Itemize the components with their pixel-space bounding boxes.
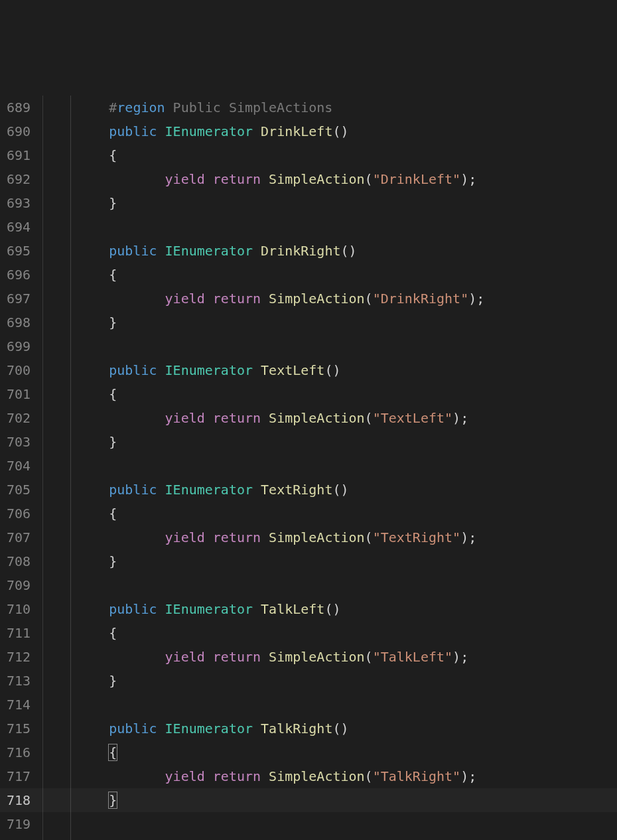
code-line[interactable]: }	[85, 549, 617, 573]
line-number: 713	[7, 669, 31, 693]
method-name: DrinkLeft	[261, 123, 332, 139]
code-line[interactable]	[85, 693, 617, 717]
brace-close: }	[109, 315, 117, 330]
line-number: 698	[7, 311, 31, 334]
code-line[interactable]: yield return SimpleAction("TextLeft");	[85, 406, 617, 430]
line-number: 719	[7, 812, 31, 836]
brace-open: {	[108, 744, 117, 761]
code-line[interactable]: public IEnumerator DrinkLeft()	[85, 119, 617, 143]
call-name: SimpleAction	[269, 291, 365, 307]
code-editor[interactable]: 6896906916926936946956966976986997007017…	[0, 96, 617, 840]
code-line[interactable]: {	[85, 740, 617, 764]
code-line[interactable]: public IEnumerator TalkLeft()	[85, 597, 617, 621]
line-number: 715	[7, 717, 31, 740]
region-label: Public SimpleActions	[165, 100, 333, 115]
brace-open: {	[109, 267, 117, 283]
code-line[interactable]: public IEnumerator DrinkRight()	[85, 239, 617, 263]
line-number: 707	[7, 525, 31, 549]
line-number: 697	[7, 287, 31, 311]
code-line[interactable]: }	[85, 311, 617, 334]
code-line[interactable]: public IEnumerator Type()	[85, 836, 617, 840]
code-line[interactable]	[85, 334, 617, 358]
semicolon: ;	[468, 529, 476, 545]
code-line[interactable]: yield return SimpleAction("DrinkLeft");	[85, 167, 617, 191]
paren-close: )	[460, 529, 468, 545]
code-line[interactable]: yield return SimpleAction("DrinkRight");	[85, 287, 617, 311]
paren-open: (	[365, 410, 373, 426]
line-number-gutter: 6896906916926936946956966976986997007017…	[0, 96, 42, 840]
line-number: 720	[7, 836, 31, 840]
string-quote: "	[373, 649, 381, 665]
string-literal: DrinkLeft	[381, 171, 452, 187]
code-line[interactable]	[85, 812, 617, 836]
code-line[interactable]: }	[85, 669, 617, 693]
keyword-return: return	[213, 171, 261, 187]
paren-close: )	[340, 123, 348, 139]
code-line[interactable]: {	[85, 502, 617, 525]
string-quote: "	[460, 291, 468, 307]
line-number: 709	[7, 573, 31, 597]
paren-close: )	[340, 721, 348, 736]
brace-close: }	[109, 434, 117, 450]
line-number: 705	[7, 478, 31, 502]
code-line[interactable]: public IEnumerator TextRight()	[85, 478, 617, 502]
brace-open: {	[109, 625, 117, 641]
line-number: 694	[7, 215, 31, 239]
code-area[interactable]: #region Public SimpleActions public IEnu…	[82, 96, 617, 840]
code-line[interactable]	[85, 573, 617, 597]
code-line[interactable]: }	[85, 430, 617, 454]
keyword-yield: yield	[165, 649, 205, 665]
method-name: TextRight	[261, 482, 332, 498]
code-line[interactable]: yield return SimpleAction("TalkRight");	[85, 764, 617, 788]
line-number: 708	[7, 549, 31, 573]
paren-open: (	[365, 291, 373, 307]
string-literal: TextRight	[381, 529, 452, 545]
code-line[interactable]: }	[0, 788, 617, 812]
string-quote: "	[452, 768, 460, 784]
line-number: 699	[7, 334, 31, 358]
semicolon: ;	[460, 649, 468, 665]
string-literal: TextLeft	[381, 410, 445, 426]
string-literal: TalkRight	[381, 768, 452, 784]
region-keyword: region	[117, 100, 165, 115]
code-line[interactable]: public IEnumerator TextLeft()	[85, 358, 617, 382]
line-number: 695	[7, 239, 31, 263]
return-type: IEnumerator	[165, 721, 253, 736]
brace-close: }	[109, 553, 117, 569]
line-number: 702	[7, 406, 31, 430]
fold-column	[42, 96, 70, 840]
call-name: SimpleAction	[269, 410, 365, 426]
brace-close: }	[109, 195, 117, 211]
line-number: 691	[7, 143, 31, 167]
code-line[interactable]: yield return SimpleAction("TalkLeft");	[85, 645, 617, 669]
keyword-yield: yield	[165, 291, 205, 307]
line-number: 703	[7, 430, 31, 454]
code-line[interactable]: public IEnumerator TalkRight()	[85, 717, 617, 740]
code-line[interactable]: }	[85, 191, 617, 215]
code-line[interactable]	[85, 215, 617, 239]
keyword-public: public	[109, 482, 157, 498]
call-name: SimpleAction	[269, 529, 365, 545]
code-line[interactable]	[85, 454, 617, 478]
call-name: SimpleAction	[269, 171, 365, 187]
call-name: SimpleAction	[269, 768, 365, 784]
string-quote: "	[445, 410, 452, 426]
paren-open: (	[332, 123, 340, 139]
code-line[interactable]: #region Public SimpleActions	[85, 96, 617, 119]
brace-close: }	[108, 792, 117, 809]
code-line[interactable]: yield return SimpleAction("TextRight");	[85, 525, 617, 549]
code-line[interactable]: {	[85, 143, 617, 167]
line-number: 716	[7, 740, 31, 764]
line-number: 717	[7, 764, 31, 788]
code-line[interactable]: {	[85, 382, 617, 406]
paren-open: (	[332, 482, 340, 498]
semicolon: ;	[468, 768, 476, 784]
code-line[interactable]: {	[85, 621, 617, 645]
semicolon: ;	[468, 171, 476, 187]
line-number: 692	[7, 167, 31, 191]
keyword-yield: yield	[165, 410, 205, 426]
keyword-yield: yield	[165, 171, 205, 187]
code-line[interactable]: {	[85, 263, 617, 287]
line-number: 701	[7, 382, 31, 406]
paren-close: )	[332, 601, 340, 617]
